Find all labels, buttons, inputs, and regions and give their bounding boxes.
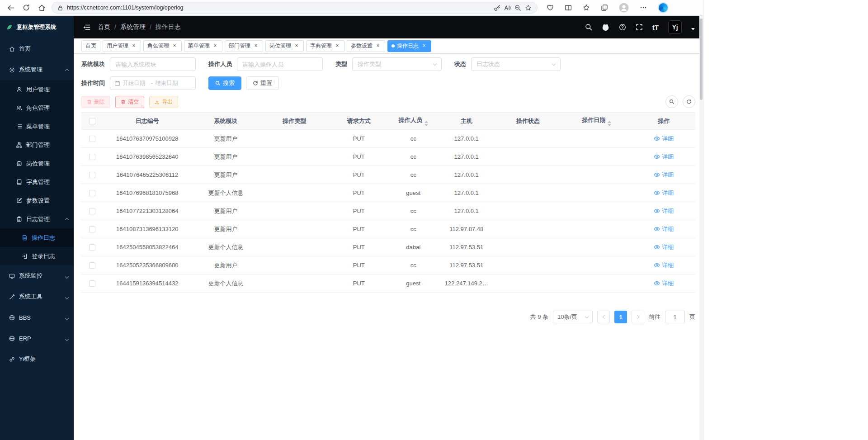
sidebar-item-tools[interactable]: 系统工具 [0, 286, 74, 307]
app-logo[interactable]: 意框架管理系统 [0, 16, 74, 38]
detail-link[interactable]: 详细 [654, 189, 674, 197]
sidebar-item-oper-log[interactable]: 操作日志 [0, 228, 74, 247]
refresh-table-button[interactable] [683, 95, 695, 108]
search-button[interactable]: 搜索 [208, 76, 241, 90]
delete-button[interactable]: 删除 [81, 96, 110, 108]
row-checkbox[interactable] [89, 280, 95, 287]
detail-link[interactable]: 详细 [654, 225, 674, 233]
page-size-select[interactable]: 10条/页 [553, 311, 593, 323]
address-bar[interactable]: https://ccnetcore.com:1101/system/log/op… [52, 2, 538, 14]
row-checkbox[interactable] [89, 226, 95, 232]
settings-menu-icon[interactable] [640, 4, 647, 11]
row-checkbox[interactable] [89, 172, 95, 178]
lock-icon[interactable] [57, 5, 63, 11]
module-input[interactable] [110, 57, 196, 71]
detail-link[interactable]: 详细 [654, 279, 674, 288]
detail-link[interactable]: 详细 [654, 153, 674, 161]
scrollbar-thumb[interactable] [700, 19, 703, 100]
operator-input[interactable] [237, 57, 323, 71]
row-checkbox[interactable] [89, 136, 95, 142]
current-page[interactable]: 1 [614, 311, 627, 323]
password-key-icon[interactable] [494, 5, 500, 11]
caret-down-icon[interactable] [691, 28, 695, 30]
close-icon[interactable] [293, 43, 300, 49]
column-date[interactable]: 操作日期 [561, 116, 632, 126]
favorites-icon[interactable] [583, 4, 590, 11]
row-checkbox[interactable] [89, 208, 95, 214]
sidebar-item-yi-framework[interactable]: Yi框架 [0, 349, 74, 369]
sidebar-item-menu-mgmt[interactable]: 菜单管理 [0, 117, 74, 136]
close-icon[interactable] [171, 43, 178, 49]
tab-user-mgmt[interactable]: 用户管理 [103, 40, 141, 52]
row-checkbox[interactable] [89, 190, 95, 196]
sidebar-item-post-mgmt[interactable]: 岗位管理 [0, 154, 74, 173]
close-icon[interactable] [131, 43, 137, 49]
clear-button[interactable]: 清空 [115, 96, 144, 108]
type-select[interactable]: 操作类型 [352, 57, 442, 71]
detail-link[interactable]: 详细 [654, 171, 674, 179]
status-select[interactable]: 日志状态 [471, 57, 561, 71]
goto-page-input[interactable] [665, 311, 685, 323]
favorite-add-icon[interactable] [525, 5, 532, 11]
search-icon[interactable] [585, 24, 592, 31]
column-operator[interactable]: 操作人员 [389, 116, 438, 126]
page-scrollbar[interactable] [699, 16, 703, 440]
detail-link[interactable]: 详细 [654, 243, 674, 251]
collections-icon[interactable] [601, 4, 608, 11]
sidebar-item-monitor[interactable]: 系统监控 [0, 265, 74, 286]
tab-post-mgmt[interactable]: 岗位管理 [265, 40, 304, 52]
sidebar-item-erp[interactable]: ERP [0, 328, 74, 349]
reset-button[interactable]: 重置 [246, 76, 279, 90]
sidebar-item-system-mgmt[interactable]: 系统管理 [0, 59, 74, 80]
date-end-input[interactable] [155, 80, 181, 86]
sidebar-item-dept-mgmt[interactable]: 部门管理 [0, 136, 74, 154]
sidebar-item-role-mgmt[interactable]: 角色管理 [0, 99, 74, 117]
github-icon[interactable] [602, 24, 609, 31]
close-icon[interactable] [253, 43, 259, 49]
sidebar-item-login-log[interactable]: 登录日志 [0, 247, 74, 265]
font-size-icon[interactable]: tT [652, 24, 659, 31]
profile-avatar[interactable] [619, 3, 629, 13]
tab-dept-mgmt[interactable]: 部门管理 [225, 40, 263, 52]
prev-page-button[interactable] [597, 311, 610, 323]
sidebar-item-param-settings[interactable]: 参数设置 [0, 191, 74, 210]
tab-menu-mgmt[interactable]: 菜单管理 [184, 40, 222, 52]
select-all-checkbox[interactable] [89, 118, 95, 124]
detail-link[interactable]: 详细 [654, 207, 674, 215]
tab-role-mgmt[interactable]: 角色管理 [143, 40, 182, 52]
home-icon[interactable] [34, 1, 49, 14]
sidebar-item-home[interactable]: 首页 [0, 38, 74, 59]
row-checkbox[interactable] [89, 262, 95, 269]
copilot-icon[interactable] [658, 2, 669, 13]
sort-icon[interactable] [608, 121, 611, 126]
sidebar-item-dict-mgmt[interactable]: 字典管理 [0, 173, 74, 191]
user-logo[interactable]: Yj [668, 20, 682, 34]
row-checkbox[interactable] [89, 244, 95, 251]
tab-dict-mgmt[interactable]: 字典管理 [306, 40, 344, 52]
back-icon[interactable] [4, 1, 18, 14]
sort-icon[interactable] [425, 121, 428, 126]
close-icon[interactable] [421, 43, 427, 49]
fullscreen-icon[interactable] [636, 24, 643, 31]
tab-home[interactable]: 首页 [81, 40, 100, 52]
detail-link[interactable]: 详细 [654, 135, 674, 143]
detail-link[interactable]: 详细 [654, 261, 674, 270]
zoom-out-icon[interactable] [514, 5, 521, 11]
sidebar-toggle-icon[interactable] [83, 24, 90, 31]
split-screen-icon[interactable] [565, 4, 572, 11]
sidebar-item-user-mgmt[interactable]: 用户管理 [0, 80, 74, 99]
breadcrumb-item[interactable]: 首页 [98, 23, 110, 31]
breadcrumb-item[interactable]: 系统管理 [120, 23, 146, 31]
date-start-input[interactable] [123, 80, 149, 86]
next-page-button[interactable] [632, 311, 644, 323]
browser-essentials-icon[interactable] [547, 4, 554, 11]
read-aloud-icon[interactable] [504, 5, 511, 11]
sidebar-item-log-mgmt[interactable]: 日志管理 [0, 210, 74, 228]
close-icon[interactable] [375, 43, 381, 49]
close-icon[interactable] [334, 43, 340, 49]
refresh-icon[interactable] [19, 1, 33, 14]
sidebar-item-bbs[interactable]: BBS [0, 307, 74, 328]
tab-oper-log[interactable]: 操作日志 [387, 40, 431, 52]
row-checkbox[interactable] [89, 154, 95, 160]
help-icon[interactable] [619, 24, 626, 31]
